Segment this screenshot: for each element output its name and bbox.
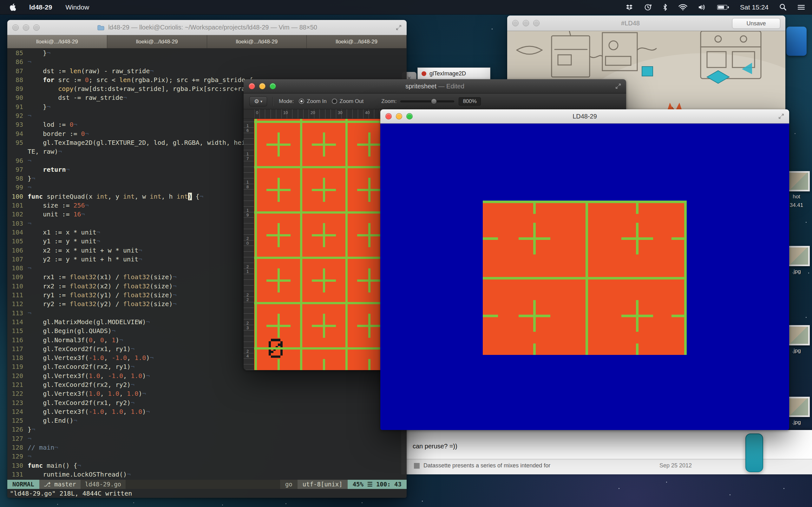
- star: [286, 503, 287, 504]
- code-line: 124 gl.Vertex3f(-1.0, 1.0, 1.0)¬: [10, 407, 407, 416]
- spritesheet-title-bar[interactable]: spritesheet — Edited: [244, 79, 626, 94]
- game-title-bar[interactable]: LD48-29: [380, 109, 789, 124]
- code-text: gl.Vertex3f(: [28, 408, 89, 415]
- code-line: 125 gl.End()¬: [10, 416, 407, 425]
- line-number: 101: [10, 201, 23, 210]
- minimize-button[interactable]: [523, 20, 529, 26]
- code-text: (size): [150, 300, 172, 308]
- code-text: ,: [119, 390, 127, 397]
- zoom-button[interactable]: [406, 113, 413, 119]
- code-line: 128// main¬: [10, 443, 407, 452]
- code-text: y2 := y * unit + h * unit: [28, 256, 138, 263]
- spotlight-icon[interactable]: [779, 3, 786, 11]
- suggestion-text: glTexImage2D: [429, 70, 466, 77]
- battery-icon[interactable]: [717, 4, 729, 10]
- apple-menu-icon[interactable]: [9, 3, 16, 11]
- sync-clock-icon[interactable]: [644, 3, 652, 11]
- zoom-button[interactable]: [533, 20, 540, 26]
- bluetooth-icon[interactable]: [663, 3, 668, 11]
- code-text: }: [28, 49, 47, 57]
- eol-marker: ¬: [138, 246, 142, 254]
- ruler-number: 20: [310, 110, 315, 115]
- grid-mark: [368, 223, 370, 247]
- eol-marker: ¬: [146, 318, 150, 326]
- vim-mode: NORMAL: [7, 480, 39, 489]
- fullscreen-icon[interactable]: [615, 83, 622, 90]
- terminal-tab[interactable]: lloeki@.../ld48-29: [7, 35, 107, 48]
- desktop[interactable]: × glTexImage2D can peruse? =)) Datassett…: [0, 0, 812, 507]
- terminal-tab[interactable]: lloeki@.../ld48-29: [107, 35, 207, 48]
- wifi-icon[interactable]: [678, 4, 687, 10]
- desktop-icon[interactable]: [781, 26, 812, 56]
- code-text: ): [115, 336, 119, 344]
- gear-button[interactable]: ⚙▾: [249, 96, 267, 107]
- chat-window-title: #LD48: [539, 20, 722, 27]
- grid-mark: [368, 178, 370, 202]
- mode-label: Mode:: [279, 98, 294, 105]
- zoom-slider[interactable]: [400, 101, 454, 102]
- eol-marker: ¬: [150, 67, 154, 75]
- app-menu-title[interactable]: ld48-29: [29, 3, 52, 11]
- code-text: 1.0: [108, 390, 119, 397]
- grid-mark: [533, 300, 536, 332]
- close-button[interactable]: [12, 24, 19, 31]
- code-line: 122 gl.Vertex3f(1.0, 1.0, 1.0)¬: [10, 389, 407, 398]
- volume-icon[interactable]: [698, 4, 706, 10]
- code-text: 1.0: [89, 372, 100, 380]
- dropbox-icon[interactable]: [625, 4, 633, 11]
- grid-mark: [277, 268, 280, 292]
- code-text: int: [177, 193, 188, 200]
- code-text: func: [28, 462, 43, 469]
- zoom-out-radio[interactable]: [332, 99, 337, 104]
- code-text: 1.0: [135, 354, 146, 361]
- eol-marker: ¬: [173, 291, 177, 299]
- grid-mark: [636, 300, 639, 332]
- eol-marker: ¬: [131, 345, 135, 353]
- slider-knob[interactable]: [431, 99, 437, 104]
- terminal-title-bar[interactable]: ld48-29 — lloeki@Coriolis: ~/Workspace/p…: [7, 20, 407, 35]
- code-text: 0: [69, 121, 73, 128]
- game-viewport[interactable]: [380, 124, 789, 430]
- eol-marker: ¬: [85, 130, 89, 137]
- eol-marker: ¬: [150, 354, 154, 361]
- spritesheet-window-title: spritesheet — Edited: [405, 83, 464, 90]
- line-number: 87: [10, 66, 23, 75]
- ruler-number: 0: [256, 110, 258, 115]
- ruler-number: 2 1: [247, 264, 249, 274]
- minimize-button[interactable]: [396, 113, 402, 119]
- line-number: 107: [10, 255, 23, 264]
- fullscreen-icon[interactable]: [395, 24, 402, 31]
- code-text: [28, 85, 58, 93]
- ruler-number: 2 0: [247, 236, 249, 245]
- menu-item-window[interactable]: Window: [65, 3, 89, 11]
- line-number: 98: [10, 174, 23, 183]
- search-suggestion[interactable]: glTexImage2D: [417, 67, 490, 79]
- line-number: 97: [10, 165, 23, 174]
- eol-marker: ¬: [85, 202, 89, 209]
- zoom-button[interactable]: [33, 24, 40, 31]
- zoom-in-radio[interactable]: [299, 99, 304, 104]
- eol-marker: ¬: [58, 148, 62, 155]
- eol-marker: ¬: [28, 435, 32, 442]
- zoom-button[interactable]: [270, 83, 276, 89]
- terminal-tab[interactable]: lloeki@.../ld48-29: [207, 35, 307, 48]
- unsave-button[interactable]: Unsave: [732, 18, 780, 29]
- menu-bar-clock[interactable]: Sat 15:24: [740, 3, 768, 11]
- eol-marker: ¬: [54, 444, 58, 451]
- close-button[interactable]: [249, 83, 255, 89]
- fullscreen-icon[interactable]: [778, 113, 785, 120]
- code-text: float32: [123, 300, 150, 308]
- close-button[interactable]: [386, 113, 392, 119]
- grid-mark: [323, 223, 325, 247]
- terminal-tab[interactable]: lloeki@.../ld48-29: [307, 35, 407, 48]
- code-text: copy: [58, 85, 73, 93]
- notification-center-icon[interactable]: [798, 4, 805, 10]
- minimize-button[interactable]: [23, 24, 29, 31]
- close-button[interactable]: [512, 20, 519, 26]
- line-number: 96: [10, 156, 23, 165]
- code-text: float32: [69, 300, 96, 308]
- minimize-button[interactable]: [259, 83, 265, 89]
- chat-title-bar[interactable]: #LD48 Unsave: [507, 15, 785, 31]
- eol-marker: ¬: [96, 228, 100, 236]
- code-text: int: [123, 193, 135, 200]
